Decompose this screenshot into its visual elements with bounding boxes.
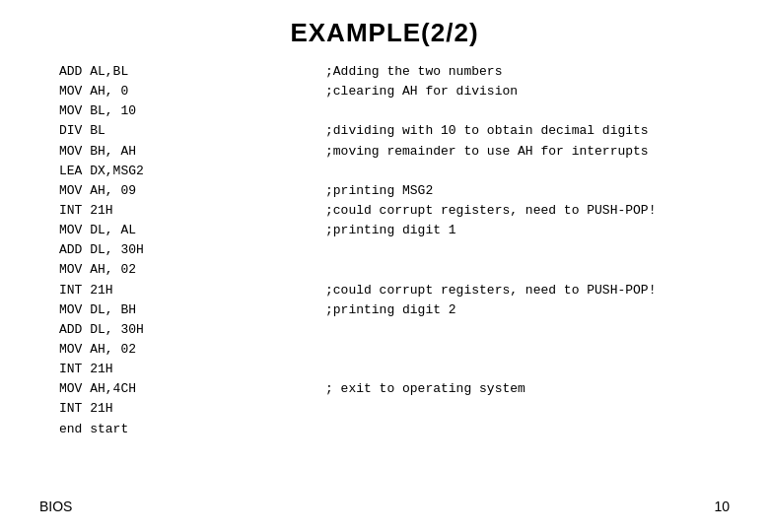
code-line: MOV BH, AH;moving remainder to use AH fo… — [59, 142, 769, 162]
instruction: MOV BH, AH — [59, 142, 325, 162]
page-title: EXAMPLE(2/2) — [0, 0, 769, 58]
code-line: INT 21H — [59, 399, 769, 419]
comment: ;dividing with 10 to obtain decimal digi… — [325, 121, 649, 141]
code-line: MOV AH, 02 — [59, 260, 769, 280]
footer-left: BIOS — [39, 499, 72, 514]
code-line: ADD AL,BL;Adding the two numbers — [59, 62, 769, 82]
instruction: MOV DL, BH — [59, 300, 325, 320]
comment: ; exit to operating system — [325, 379, 525, 399]
code-line: MOV BL, 10 — [59, 101, 769, 121]
code-line: ADD DL, 30H — [59, 320, 769, 340]
instruction: DIV BL — [59, 121, 325, 141]
instruction: INT 21H — [59, 399, 325, 419]
code-line: LEA DX,MSG2 — [59, 162, 769, 181]
code-line: INT 21H;could corrupt registers, need to… — [59, 201, 769, 221]
code-line: MOV AH,4CH; exit to operating system — [59, 379, 769, 399]
instruction: LEA DX,MSG2 — [59, 162, 325, 181]
comment: ;printing digit 2 — [325, 300, 456, 320]
instruction: INT 21H — [59, 281, 325, 300]
comment: ;moving remainder to use AH for interrup… — [325, 142, 649, 162]
instruction: ADD DL, 30H — [59, 240, 325, 260]
instruction: ADD AL,BL — [59, 62, 325, 82]
comment: ;printing digit 1 — [325, 221, 456, 240]
code-line: MOV AH, 09;printing MSG2 — [59, 181, 769, 201]
code-block: ADD AL,BL;Adding the two numbersMOV AH, … — [0, 58, 769, 439]
instruction: MOV AH, 02 — [59, 260, 325, 280]
code-line: MOV AH, 02 — [59, 340, 769, 360]
end-statement: end start — [59, 420, 128, 439]
instruction: ADD DL, 30H — [59, 320, 325, 340]
code-line: ADD DL, 30H — [59, 240, 769, 260]
instruction: INT 21H — [59, 201, 325, 221]
code-line: MOV DL, AL;printing digit 1 — [59, 221, 769, 240]
footer-right: 10 — [714, 499, 730, 514]
comment: ;could corrupt registers, need to PUSH-P… — [325, 281, 656, 300]
instruction: MOV AH, 02 — [59, 340, 325, 360]
instruction: MOV AH, 09 — [59, 181, 325, 201]
instruction: INT 21H — [59, 360, 325, 379]
end-line: end start — [59, 420, 769, 439]
code-line: INT 21H — [59, 360, 769, 379]
code-line: DIV BL;dividing with 10 to obtain decima… — [59, 121, 769, 141]
instruction: MOV AH,4CH — [59, 379, 325, 399]
footer: BIOS 10 — [0, 499, 769, 514]
code-line: INT 21H;could corrupt registers, need to… — [59, 281, 769, 300]
instruction: MOV DL, AL — [59, 221, 325, 240]
comment: ;printing MSG2 — [325, 181, 433, 201]
code-line: MOV AH, 0;clearing AH for division — [59, 82, 769, 101]
code-line: MOV DL, BH;printing digit 2 — [59, 300, 769, 320]
comment: ;could corrupt registers, need to PUSH-P… — [325, 201, 656, 221]
instruction: MOV BL, 10 — [59, 101, 325, 121]
instruction: MOV AH, 0 — [59, 82, 325, 101]
comment: ;Adding the two numbers — [325, 62, 502, 82]
comment: ;clearing AH for division — [325, 82, 518, 101]
